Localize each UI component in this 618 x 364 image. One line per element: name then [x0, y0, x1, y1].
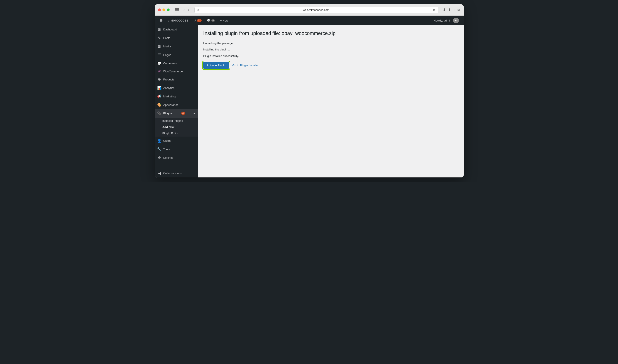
avatar: A: [453, 18, 459, 23]
sidebar-item-posts[interactable]: ✎ Posts: [154, 34, 198, 42]
main-content: Installing plugin from uploaded file: op…: [198, 25, 464, 177]
plugins-badge: 4: [181, 112, 185, 115]
address-bar[interactable]: ⊕ woo.mimocodes.com ↺: [194, 7, 438, 13]
browser-window: ‹ › ⊕ woo.mimocodes.com ↺ ⬇ ⬆ + ⧉ ⊕ ⌂ MI…: [154, 4, 464, 177]
site-home-icon: ⌂: [168, 19, 170, 22]
browser-titlebar: ‹ › ⊕ woo.mimocodes.com ↺ ⬇ ⬆ + ⧉: [154, 4, 464, 16]
sidebar-item-label: Media: [163, 45, 171, 48]
sidebar-item-tools[interactable]: 🔧 Tools: [154, 145, 198, 154]
sidebar-item-settings[interactable]: ⚙ Settings: [154, 154, 198, 162]
sidebar-item-label: WooCommerce: [163, 70, 183, 73]
new-content-label: + New: [220, 19, 228, 22]
submenu-item-plugin-editor[interactable]: Plugin Editor: [154, 130, 198, 137]
sidebar-item-label: Dashboard: [163, 28, 177, 31]
activate-plugin-button[interactable]: Activate Plugin: [203, 62, 229, 69]
sidebar-item-label: Users: [163, 139, 171, 143]
site-name-item[interactable]: ⌂ MIMOCODES: [166, 16, 191, 25]
plugins-submenu: Installed Plugins Add New Plugin Editor: [154, 118, 198, 137]
browser-right-controls: ⬇ ⬆ + ⧉: [443, 8, 460, 12]
sidebar-item-users[interactable]: 👤 Users: [154, 137, 198, 145]
sidebar-item-woocommerce[interactable]: W WooCommerce: [154, 68, 198, 75]
updates-badge: 11: [197, 19, 202, 22]
security-icon: ⊕: [197, 9, 199, 12]
howdy-item[interactable]: Howdy, admin A: [431, 18, 461, 23]
new-tab-icon[interactable]: +: [453, 8, 455, 12]
admin-bar: ⊕ ⌂ MIMOCODES ↺ 11 💬 0 + New Howdy, admi…: [154, 16, 464, 25]
chevron-icon: ◀: [193, 112, 195, 115]
back-button[interactable]: ‹: [183, 7, 185, 13]
sidebar-item-products[interactable]: ❋ Products: [154, 75, 198, 84]
go-to-installer-link[interactable]: Go to Plugin Installer: [232, 64, 259, 67]
wp-logo-item[interactable]: ⊕: [157, 16, 165, 25]
sidebar-item-dashboard[interactable]: ⊞ Dashboard: [154, 25, 198, 34]
plugins-icon: 🔌: [157, 111, 162, 116]
add-new-label: Add New: [162, 126, 175, 129]
new-content-item[interactable]: + New: [218, 16, 230, 25]
plugin-editor-label: Plugin Editor: [162, 132, 179, 135]
sidebar-item-marketing[interactable]: 📢 Marketing: [154, 92, 198, 101]
appearance-icon: 🎨: [157, 103, 162, 107]
comments-item[interactable]: 💬 0: [205, 16, 217, 25]
sidebar-item-label: Products: [163, 78, 174, 81]
sidebar-item-label: Posts: [163, 36, 170, 39]
sidebar-item-analytics[interactable]: 📊 Analytics: [154, 84, 198, 92]
sidebar-item-comments[interactable]: 💬 Comments: [154, 59, 198, 68]
sidebar-item-label: Appearance: [163, 103, 179, 106]
sidebar-item-label: Plugins: [163, 112, 173, 115]
sidebar-item-media[interactable]: ⊟ Media: [154, 42, 198, 51]
sidebar-toggle-icon: [175, 8, 179, 12]
sidebar-item-label: Settings: [163, 156, 174, 159]
settings-icon: ⚙: [157, 156, 162, 160]
minimize-button[interactable]: [162, 9, 165, 11]
comments-icon: 💬: [157, 61, 162, 65]
url-display: woo.mimocodes.com: [201, 8, 431, 12]
sidebar: ⊞ Dashboard ✎ Posts ⊟ Media ☰ Pages 💬 Co…: [154, 25, 198, 177]
marketing-icon: 📢: [157, 94, 162, 99]
wp-logo-icon: ⊕: [159, 18, 163, 23]
traffic-lights: [158, 9, 170, 11]
updates-item[interactable]: ↺ 11: [191, 16, 204, 25]
wp-layout: ⊞ Dashboard ✎ Posts ⊟ Media ☰ Pages 💬 Co…: [154, 25, 464, 177]
admin-bar-right: Howdy, admin A: [431, 18, 461, 23]
maximize-button[interactable]: [167, 9, 170, 11]
installed-plugins-label: Installed Plugins: [162, 119, 183, 122]
close-button[interactable]: [158, 9, 161, 11]
forward-button[interactable]: ›: [187, 7, 190, 13]
pages-icon: ☰: [157, 53, 162, 57]
products-icon: ❋: [157, 78, 162, 81]
install-message: Installing the plugin...: [203, 47, 458, 52]
howdy-label: Howdy, admin: [434, 19, 451, 22]
users-icon: 👤: [157, 139, 162, 143]
sidebar-item-label: Tools: [163, 148, 170, 151]
reload-icon[interactable]: ↺: [433, 8, 436, 12]
tools-icon: 🔧: [157, 147, 162, 151]
browser-controls: ‹ ›: [174, 7, 190, 13]
updates-icon: ↺: [193, 19, 196, 22]
sidebar-item-collapse[interactable]: ◀ Collapse menu: [154, 169, 198, 177]
sidebar-item-pages[interactable]: ☰ Pages: [154, 51, 198, 59]
dashboard-icon: ⊞: [157, 27, 162, 32]
sidebar-item-label: Comments: [163, 62, 177, 65]
share-icon[interactable]: ⬆: [448, 8, 451, 12]
sidebar-item-appearance[interactable]: 🎨 Appearance: [154, 101, 198, 109]
sidebar-item-label: Pages: [163, 53, 171, 56]
download-icon[interactable]: ⬇: [443, 8, 446, 12]
submenu-item-installed-plugins[interactable]: Installed Plugins: [154, 118, 198, 124]
sidebar-item-label: Collapse menu: [163, 171, 182, 175]
sidebar-item-label: Analytics: [163, 86, 175, 90]
success-message: Plugin installed successfully.: [203, 53, 458, 58]
media-icon: ⊟: [157, 44, 162, 49]
sidebar-item-label: Marketing: [163, 95, 176, 98]
woocommerce-icon: W: [157, 70, 162, 73]
comments-badge: 0: [211, 19, 215, 22]
sidebar-item-plugins[interactable]: 🔌 Plugins 4 ◀: [154, 109, 198, 118]
submenu-item-add-new[interactable]: Add New: [154, 124, 198, 130]
sidebar-toggle-button[interactable]: [174, 7, 181, 13]
posts-icon: ✎: [157, 36, 162, 40]
page-title: Installing plugin from uploaded file: op…: [203, 30, 458, 36]
comments-icon: 💬: [207, 19, 210, 22]
collapse-icon: ◀: [157, 171, 162, 175]
tabs-icon[interactable]: ⧉: [458, 8, 460, 12]
site-name-label: MIMOCODES: [170, 19, 188, 22]
actions-row: Activate Plugin Go to Plugin Installer: [203, 62, 458, 69]
